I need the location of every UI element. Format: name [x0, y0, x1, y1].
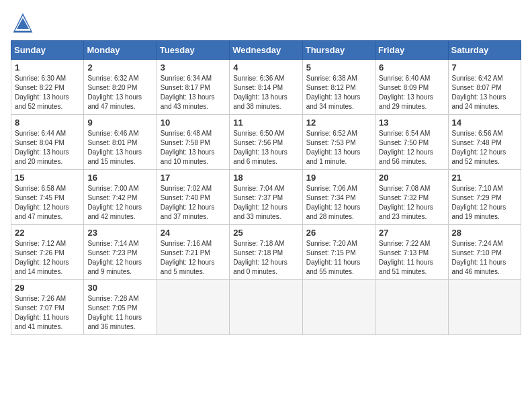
column-header-saturday: Saturday: [448, 41, 521, 60]
calendar-cell: 19 Sunrise: 7:06 AM Sunset: 7:34 PM Dayl…: [302, 170, 375, 225]
calendar-cell: 7 Sunrise: 6:42 AM Sunset: 8:07 PM Dayli…: [448, 60, 521, 115]
calendar-cell: 22 Sunrise: 7:12 AM Sunset: 7:26 PM Dayl…: [11, 225, 84, 280]
day-number: 30: [87, 283, 152, 293]
column-header-monday: Monday: [84, 41, 157, 60]
calendar-cell: 13 Sunrise: 6:54 AM Sunset: 7:50 PM Dayl…: [375, 115, 448, 170]
day-info: Sunrise: 6:42 AM Sunset: 8:07 PM Dayligh…: [452, 74, 517, 111]
logo-icon: [11, 11, 35, 35]
day-info: Sunrise: 7:06 AM Sunset: 7:34 PM Dayligh…: [306, 184, 371, 222]
day-number: 22: [15, 228, 80, 238]
day-info: Sunrise: 7:02 AM Sunset: 7:40 PM Dayligh…: [161, 184, 226, 222]
day-info: Sunrise: 7:00 AM Sunset: 7:42 PM Dayligh…: [87, 184, 152, 222]
day-number: 23: [87, 228, 152, 238]
calendar-cell: 25 Sunrise: 7:18 AM Sunset: 7:18 PM Dayl…: [230, 225, 302, 280]
day-number: 13: [379, 118, 444, 128]
calendar-cell: [157, 280, 229, 335]
calendar-cell: [375, 280, 448, 335]
calendar-cell: 28 Sunrise: 7:24 AM Sunset: 7:10 PM Dayl…: [448, 225, 521, 280]
calendar-cell: 30 Sunrise: 7:28 AM Sunset: 7:05 PM Dayl…: [84, 280, 157, 335]
day-number: 7: [452, 62, 517, 73]
calendar-cell: 26 Sunrise: 7:20 AM Sunset: 7:15 PM Dayl…: [302, 225, 375, 280]
day-number: 20: [379, 173, 444, 183]
day-number: 6: [379, 62, 444, 73]
calendar-week-row: 22 Sunrise: 7:12 AM Sunset: 7:26 PM Dayl…: [11, 225, 521, 280]
day-info: Sunrise: 7:12 AM Sunset: 7:26 PM Dayligh…: [15, 239, 80, 277]
day-number: 28: [452, 228, 517, 238]
day-info: Sunrise: 7:20 AM Sunset: 7:15 PM Dayligh…: [306, 239, 371, 277]
calendar-cell: 29 Sunrise: 7:26 AM Sunset: 7:07 PM Dayl…: [11, 280, 84, 335]
day-info: Sunrise: 6:30 AM Sunset: 8:22 PM Dayligh…: [15, 74, 80, 111]
day-number: 4: [233, 62, 298, 73]
day-info: Sunrise: 7:28 AM Sunset: 7:05 PM Dayligh…: [87, 294, 152, 332]
calendar-cell: 17 Sunrise: 7:02 AM Sunset: 7:40 PM Dayl…: [157, 170, 229, 225]
day-number: 19: [306, 173, 371, 183]
calendar-cell: 16 Sunrise: 7:00 AM Sunset: 7:42 PM Dayl…: [84, 170, 157, 225]
day-number: 25: [233, 228, 298, 238]
day-info: Sunrise: 6:48 AM Sunset: 7:58 PM Dayligh…: [161, 129, 226, 167]
day-info: Sunrise: 6:40 AM Sunset: 8:09 PM Dayligh…: [379, 74, 444, 111]
day-number: 10: [161, 118, 226, 128]
calendar-week-row: 29 Sunrise: 7:26 AM Sunset: 7:07 PM Dayl…: [11, 280, 521, 335]
day-number: 21: [452, 173, 517, 183]
day-number: 16: [87, 173, 152, 183]
day-info: Sunrise: 7:08 AM Sunset: 7:32 PM Dayligh…: [379, 184, 444, 222]
day-info: Sunrise: 6:34 AM Sunset: 8:17 PM Dayligh…: [161, 74, 226, 111]
day-number: 8: [15, 118, 80, 128]
calendar-cell: 14 Sunrise: 6:56 AM Sunset: 7:48 PM Dayl…: [448, 115, 521, 170]
calendar-cell: 12 Sunrise: 6:52 AM Sunset: 7:53 PM Dayl…: [302, 115, 375, 170]
calendar-cell: 4 Sunrise: 6:36 AM Sunset: 8:14 PM Dayli…: [230, 60, 302, 115]
day-info: Sunrise: 6:52 AM Sunset: 7:53 PM Dayligh…: [306, 129, 371, 167]
calendar-cell: 6 Sunrise: 6:40 AM Sunset: 8:09 PM Dayli…: [375, 60, 448, 115]
day-info: Sunrise: 6:38 AM Sunset: 8:12 PM Dayligh…: [306, 74, 371, 111]
calendar-cell: 27 Sunrise: 7:22 AM Sunset: 7:13 PM Dayl…: [375, 225, 448, 280]
calendar-cell: 15 Sunrise: 6:58 AM Sunset: 7:45 PM Dayl…: [11, 170, 84, 225]
day-number: 17: [161, 173, 226, 183]
calendar-cell: [302, 280, 375, 335]
calendar-cell: 3 Sunrise: 6:34 AM Sunset: 8:17 PM Dayli…: [157, 60, 229, 115]
calendar-cell: 20 Sunrise: 7:08 AM Sunset: 7:32 PM Dayl…: [375, 170, 448, 225]
calendar-cell: 2 Sunrise: 6:32 AM Sunset: 8:20 PM Dayli…: [84, 60, 157, 115]
day-info: Sunrise: 7:22 AM Sunset: 7:13 PM Dayligh…: [379, 239, 444, 277]
day-info: Sunrise: 6:54 AM Sunset: 7:50 PM Dayligh…: [379, 129, 444, 167]
day-info: Sunrise: 7:16 AM Sunset: 7:21 PM Dayligh…: [161, 239, 226, 277]
calendar-week-row: 15 Sunrise: 6:58 AM Sunset: 7:45 PM Dayl…: [11, 170, 521, 225]
day-info: Sunrise: 6:46 AM Sunset: 8:01 PM Dayligh…: [87, 129, 152, 167]
page-header: [11, 11, 521, 35]
calendar-header-row: SundayMondayTuesdayWednesdayThursdayFrid…: [11, 41, 521, 60]
calendar-cell: [230, 280, 302, 335]
day-number: 2: [87, 62, 152, 73]
calendar-cell: 8 Sunrise: 6:44 AM Sunset: 8:04 PM Dayli…: [11, 115, 84, 170]
calendar-week-row: 1 Sunrise: 6:30 AM Sunset: 8:22 PM Dayli…: [11, 60, 521, 115]
day-number: 9: [87, 118, 152, 128]
day-number: 24: [161, 228, 226, 238]
day-number: 14: [452, 118, 517, 128]
calendar-cell: 5 Sunrise: 6:38 AM Sunset: 8:12 PM Dayli…: [302, 60, 375, 115]
day-info: Sunrise: 7:04 AM Sunset: 7:37 PM Dayligh…: [233, 184, 298, 222]
day-info: Sunrise: 6:58 AM Sunset: 7:45 PM Dayligh…: [15, 184, 80, 222]
column-header-wednesday: Wednesday: [230, 41, 302, 60]
day-info: Sunrise: 6:32 AM Sunset: 8:20 PM Dayligh…: [87, 74, 152, 111]
day-number: 15: [15, 173, 80, 183]
calendar-cell: 21 Sunrise: 7:10 AM Sunset: 7:29 PM Dayl…: [448, 170, 521, 225]
day-number: 12: [306, 118, 371, 128]
calendar-week-row: 8 Sunrise: 6:44 AM Sunset: 8:04 PM Dayli…: [11, 115, 521, 170]
calendar-cell: 9 Sunrise: 6:46 AM Sunset: 8:01 PM Dayli…: [84, 115, 157, 170]
day-info: Sunrise: 6:44 AM Sunset: 8:04 PM Dayligh…: [15, 129, 80, 167]
calendar-cell: 10 Sunrise: 6:48 AM Sunset: 7:58 PM Dayl…: [157, 115, 229, 170]
calendar-cell: 1 Sunrise: 6:30 AM Sunset: 8:22 PM Dayli…: [11, 60, 84, 115]
calendar-cell: 23 Sunrise: 7:14 AM Sunset: 7:23 PM Dayl…: [84, 225, 157, 280]
day-info: Sunrise: 7:14 AM Sunset: 7:23 PM Dayligh…: [87, 239, 152, 277]
day-number: 26: [306, 228, 371, 238]
day-number: 18: [233, 173, 298, 183]
column-header-thursday: Thursday: [302, 41, 375, 60]
day-info: Sunrise: 6:50 AM Sunset: 7:56 PM Dayligh…: [233, 129, 298, 167]
column-header-sunday: Sunday: [11, 41, 84, 60]
day-info: Sunrise: 7:18 AM Sunset: 7:18 PM Dayligh…: [233, 239, 298, 277]
calendar-cell: 18 Sunrise: 7:04 AM Sunset: 7:37 PM Dayl…: [230, 170, 302, 225]
logo: [11, 11, 39, 35]
day-info: Sunrise: 7:24 AM Sunset: 7:10 PM Dayligh…: [452, 239, 517, 277]
day-info: Sunrise: 6:36 AM Sunset: 8:14 PM Dayligh…: [233, 74, 298, 111]
day-number: 5: [306, 62, 371, 73]
column-header-tuesday: Tuesday: [157, 41, 229, 60]
day-info: Sunrise: 7:26 AM Sunset: 7:07 PM Dayligh…: [15, 294, 80, 332]
